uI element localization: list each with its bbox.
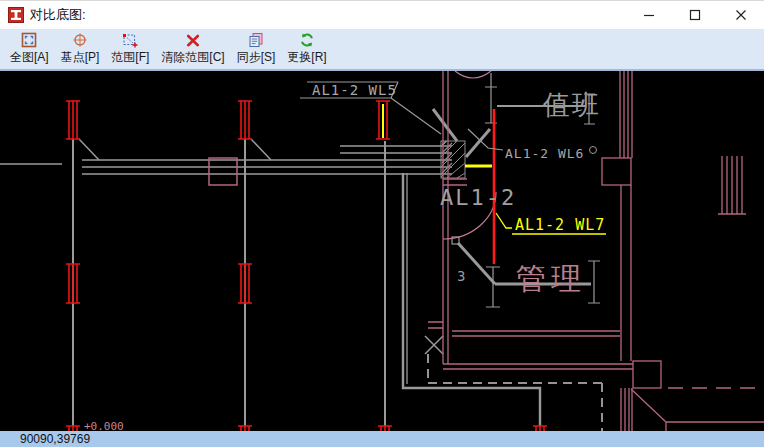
base-point-icon	[72, 31, 88, 49]
cursor-coordinates: 90090,39769	[20, 431, 90, 447]
minimize-icon	[643, 9, 655, 21]
window-title: 对比底图:	[30, 6, 86, 24]
status-bar: 90090,39769	[0, 431, 764, 447]
label-wl5: AL1-2 WL5	[312, 82, 397, 98]
toolbar-button-sync[interactable]: 同步[S]	[231, 29, 282, 69]
maximize-button[interactable]	[672, 1, 718, 29]
label-mgmt-room: 管理	[516, 262, 586, 295]
toolbar-button-label: 同步[S]	[237, 49, 276, 65]
toolbar-button-label: 基点[P]	[61, 49, 100, 65]
toolbar-button-replace[interactable]: 更换[R]	[281, 29, 332, 69]
drawing-canvas[interactable]: AL1-2 WL5 AL1-2 WL6 AL1-2 AL1-2 WL7 值班 管…	[0, 71, 764, 431]
label-wl5-callout: AL1-2 WL5	[300, 82, 441, 134]
toolbar-button-label: 全图[A]	[10, 49, 49, 65]
zoom-extents-icon	[21, 31, 37, 49]
toolbar-button-label: 更换[R]	[287, 49, 326, 65]
label-duty-room: 值班	[542, 90, 601, 120]
walls-magenta	[209, 71, 764, 431]
toolbar-button-full-view[interactable]: 全图[A]	[4, 29, 55, 69]
grid-lines-gray	[0, 73, 600, 426]
toolbar-button-base-point[interactable]: 基点[P]	[55, 29, 106, 69]
label-wl6: AL1-2 WL6	[505, 146, 584, 161]
toolbar-button-clear-range[interactable]: 清除范围[C]	[155, 29, 230, 69]
toolbar-button-label: 清除范围[C]	[161, 49, 224, 65]
toolbar-button-range[interactable]: 范围[F]	[105, 29, 155, 69]
label-wl7-callout: AL1-2 WL7	[496, 213, 606, 234]
label-level: +0.000	[84, 420, 124, 431]
maximize-icon	[689, 9, 701, 21]
close-button[interactable]	[718, 1, 764, 29]
window-controls	[626, 1, 764, 29]
app-icon	[8, 7, 24, 23]
label-al12-panel: AL1-2	[440, 185, 516, 210]
label-wl7: AL1-2 WL7	[515, 216, 605, 234]
title-bar: 对比底图:	[0, 0, 764, 29]
replace-icon	[299, 31, 315, 49]
cad-viewport[interactable]: AL1-2 WL5 AL1-2 WL6 AL1-2 AL1-2 WL7 值班 管…	[0, 71, 764, 431]
label-number-3: 3	[457, 268, 465, 284]
clear-range-icon	[185, 31, 201, 49]
sync-icon	[248, 31, 264, 49]
compare-basemap-window: 对比底图:	[0, 0, 764, 447]
close-icon	[735, 9, 747, 21]
dashed-gray-route	[428, 354, 602, 431]
red-columns	[66, 101, 547, 431]
toolbar: 全图[A] 基点[P] 范围[F]	[0, 29, 764, 71]
range-select-icon	[122, 31, 138, 49]
minimize-button[interactable]	[626, 1, 672, 29]
toolbar-button-label: 范围[F]	[111, 49, 149, 65]
